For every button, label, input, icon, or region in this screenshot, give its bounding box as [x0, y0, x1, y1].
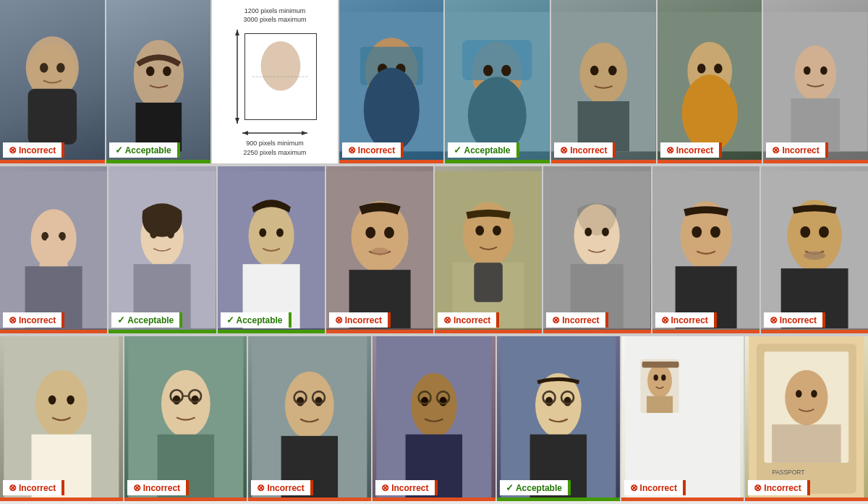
photo-cell-r1c7: ⊗ Incorrect [658, 0, 764, 163]
label-r1c1: ⊗ Incorrect [3, 142, 64, 158]
svg-point-125 [661, 375, 665, 380]
svg-point-22 [364, 68, 420, 152]
photo-cell-r2c2: ✓ Acceptable [109, 166, 217, 333]
diagram-box [244, 33, 317, 120]
svg-point-55 [248, 204, 294, 267]
photo-cell-r3c7: PASSPORT ⊗ Incorrect [745, 336, 868, 501]
svg-marker-16 [302, 131, 307, 135]
svg-rect-70 [474, 262, 503, 302]
svg-point-88 [35, 370, 88, 437]
x-icon: ⊗ [335, 315, 343, 325]
svg-point-132 [796, 390, 801, 398]
x-icon: ⊗ [381, 482, 389, 493]
label-r2c5: ⊗ Incorrect [438, 312, 499, 328]
x-icon: ⊗ [443, 315, 451, 325]
svg-point-93 [161, 370, 210, 437]
photo-cell-r2c6: ⊗ Incorrect [543, 166, 652, 333]
check-icon: ✓ [115, 145, 123, 155]
svg-rect-126 [647, 396, 673, 413]
svg-point-30 [580, 43, 628, 104]
svg-point-78 [692, 226, 702, 238]
svg-marker-11 [235, 118, 239, 124]
photo-row-3: ⊗ Incorrect ⊗ [0, 336, 868, 501]
svg-point-67 [475, 226, 484, 236]
svg-point-90 [67, 396, 75, 405]
svg-point-108 [411, 373, 457, 437]
svg-point-123 [647, 364, 672, 398]
svg-point-84 [819, 226, 829, 238]
photo-cell-r3c3: ⊗ Incorrect [248, 336, 373, 501]
x-icon: ⊗ [772, 145, 780, 155]
photo-cell-r1c4: ⊗ Incorrect [339, 0, 446, 163]
x-icon: ⊗ [666, 145, 674, 155]
x-icon: ⊗ [770, 315, 778, 325]
svg-point-4 [56, 63, 65, 72]
label-r1c2: ✓ Acceptable [109, 142, 180, 158]
photo-row-1: ⊗ Incorrect ✓ Acceptable [0, 0, 868, 166]
x-icon: ⊗ [348, 145, 356, 155]
svg-point-37 [714, 64, 723, 73]
svg-point-5 [133, 40, 183, 109]
svg-point-68 [493, 226, 501, 236]
svg-point-32 [608, 66, 617, 75]
svg-point-12 [261, 41, 301, 91]
check-icon: ✓ [506, 482, 514, 493]
label-r3c5: ✓ Acceptable [500, 480, 571, 495]
photo-cell-r1c1: ⊗ Incorrect [0, 0, 106, 163]
svg-point-83 [800, 226, 810, 238]
svg-point-124 [653, 375, 658, 380]
svg-point-7 [146, 67, 155, 76]
label-r3c4: ⊗ Incorrect [375, 480, 437, 495]
svg-point-60 [351, 201, 408, 273]
x-icon: ⊗ [9, 482, 17, 493]
check-icon: ✓ [226, 315, 234, 325]
photo-cell-r2c8: ⊗ Incorrect [761, 166, 868, 333]
label-r3c2: ⊗ Incorrect [127, 480, 189, 495]
main-grid: ⊗ Incorrect ✓ Acceptable [0, 0, 868, 504]
svg-point-26 [484, 65, 493, 76]
svg-text:PASSPORT: PASSPORT [772, 469, 804, 476]
photo-cell-r2c3: ✓ Acceptable [218, 166, 326, 333]
photo-cell-r2c5: ⊗ Incorrect [435, 166, 543, 333]
svg-marker-10 [235, 30, 239, 35]
svg-rect-25 [463, 40, 532, 80]
label-r1c6: ⊗ Incorrect [554, 142, 616, 158]
label-r2c8: ⊗ Incorrect [764, 312, 825, 328]
label-r1c4: ⊗ Incorrect [342, 142, 404, 158]
photo-cell-r2c4: ⊗ Incorrect [326, 166, 435, 333]
x-icon: ⊗ [754, 482, 762, 493]
dimension-diagram: 1200 pixels minimum 3000 pixels maximum [233, 7, 317, 157]
svg-point-41 [804, 67, 811, 75]
svg-point-61 [365, 227, 375, 239]
svg-point-79 [710, 226, 720, 238]
photo-row-2: ⊗ Incorrect ✓ Acceptable [0, 166, 868, 336]
svg-point-38 [682, 74, 738, 151]
svg-point-133 [812, 390, 817, 398]
x-icon: ⊗ [552, 315, 560, 325]
photo-cell-r1c6: ⊗ Incorrect [551, 0, 658, 163]
diagram-bottom-label: 900 pixels minimum 2250 pixels maximum [244, 139, 307, 157]
svg-point-89 [48, 396, 56, 405]
x-icon: ⊗ [560, 145, 568, 155]
photo-cell-r3c6: ⊗ Incorrect [621, 336, 746, 501]
label-r2c4: ⊗ Incorrect [329, 312, 391, 328]
label-r2c7: ⊗ Incorrect [655, 312, 717, 328]
x-icon: ⊗ [630, 482, 638, 493]
photo-cell-r2c7: ⊗ Incorrect [652, 166, 761, 333]
x-icon: ⊗ [661, 315, 669, 325]
svg-rect-127 [642, 362, 678, 367]
label-r3c7: ⊗ Incorrect [748, 480, 809, 495]
check-icon: ✓ [454, 145, 461, 155]
label-r2c3: ✓ Acceptable [221, 312, 292, 328]
photo-cell-r3c4: ⊗ Incorrect [373, 336, 497, 501]
svg-point-62 [384, 227, 394, 239]
svg-point-64 [371, 248, 388, 255]
check-icon: ✓ [117, 315, 125, 325]
x-icon: ⊗ [133, 482, 141, 493]
svg-rect-134 [772, 424, 841, 463]
svg-point-131 [785, 370, 827, 425]
svg-point-56 [259, 228, 266, 237]
label-r1c8: ⊗ Incorrect [766, 142, 827, 158]
photo-cell-r3c2: ⊗ Incorrect [124, 336, 249, 501]
x-icon: ⊗ [257, 482, 265, 493]
